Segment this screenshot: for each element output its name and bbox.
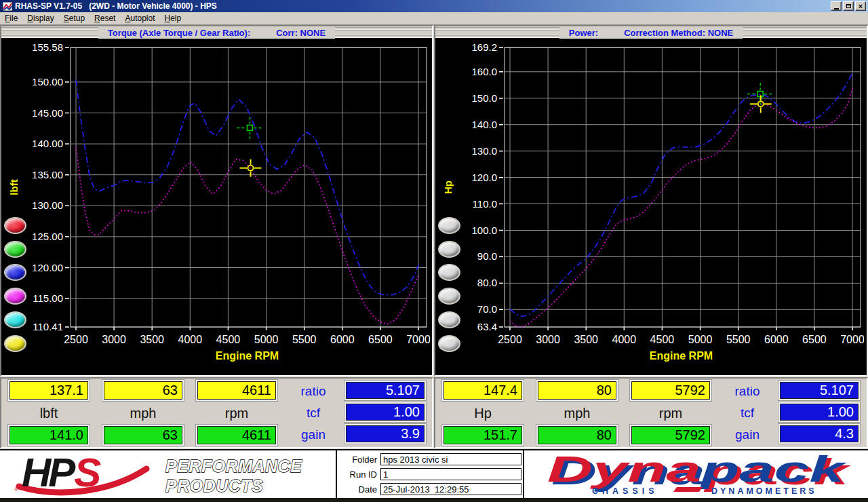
torque-curve-color-button-4[interactable] [4, 288, 26, 305]
cursor-torque-value: 137.1 [9, 381, 88, 400]
torque-cursor-square-marker[interactable] [237, 117, 262, 138]
menu-item-file[interactable]: File [0, 13, 22, 24]
torque-chart-panel: Torque (Axle Torque / Gear Ratio):Corr: … [0, 25, 433, 376]
svg-text:5500: 5500 [292, 334, 317, 345]
svg-text:70.0: 70.0 [477, 303, 497, 315]
torque-readout-panel: 137.1 63 4611 lbft mph rpm 141.0 63 4611… [0, 377, 433, 448]
series-run-2-torque [76, 147, 418, 324]
svg-text:5500: 5500 [726, 334, 751, 345]
app-icon [3, 2, 12, 11]
power-header-correction: Correction Method: NONE [624, 28, 733, 38]
svg-text:6000: 6000 [330, 334, 355, 345]
power-plot: 169.2160.0150.0140.0130.0120.0110.0100.0… [435, 38, 864, 375]
tcf-label: tcf [286, 406, 340, 421]
power-header-title: Power: [569, 28, 598, 38]
gain-value: 3.9 [346, 425, 425, 442]
power-chart-panel: Power:Correction Method: NONE 169.2160.0… [434, 25, 868, 376]
hps-products-text: PRODUCTS [165, 476, 263, 495]
torque-curve-color-button-5[interactable] [4, 311, 26, 328]
torque-gridlines [71, 47, 427, 327]
peak-speed-value: 80 [538, 426, 616, 444]
power-curve-color-button-5[interactable] [438, 311, 460, 328]
menu-item-display[interactable]: Display [22, 13, 58, 24]
peak-torque-value: 141.0 [9, 426, 88, 444]
svg-text:90.0: 90.0 [477, 250, 497, 262]
power-axis-labels: 169.2160.0150.0140.0130.0120.0110.0100.0… [442, 41, 864, 362]
hps-logo-cell: HPS ® PERFORMANCE PRODUCTS [0, 450, 337, 498]
series-run-1-power [510, 73, 852, 316]
power-readout-panel: 147.4 80 5792 Hp mph rpm 151.7 80 5792 r… [434, 377, 868, 448]
rpm-unit-label: rpm [631, 406, 710, 421]
power-curve-color-button-3[interactable] [438, 264, 460, 281]
folder-input[interactable] [380, 453, 521, 465]
dynapack-logo-cell: Dynapack Dynapack CHASSIS DYNAMOMETERS [524, 450, 868, 498]
run-id-label: Run ID [337, 469, 380, 480]
svg-text:6500: 6500 [802, 334, 827, 345]
menu-item-autoplot[interactable]: Autoplot [120, 13, 159, 24]
torque-curve-color-button-6[interactable] [4, 335, 26, 352]
menu-item-help[interactable]: Help [160, 13, 186, 24]
peak-rpm-value: 4611 [197, 426, 276, 444]
menu-bar: File Display Setup Reset Autoplot Help [0, 12, 868, 25]
svg-text:4500: 4500 [216, 334, 241, 345]
svg-text:110.0: 110.0 [473, 198, 497, 210]
run-id-input[interactable] [380, 468, 521, 480]
svg-text:4500: 4500 [650, 334, 675, 345]
svg-text:6000: 6000 [764, 334, 789, 345]
power-curve-color-button-2[interactable] [438, 241, 460, 258]
svg-text:150.00: 150.00 [32, 76, 63, 88]
menu-item-reset[interactable]: Reset [90, 13, 120, 24]
power-curve-color-button-1[interactable] [438, 217, 460, 234]
run-info-cell: Folder Run ID Date [337, 450, 524, 498]
dynapack-main-text: Dynapack [547, 450, 848, 489]
power-axis-ticks [499, 47, 852, 330]
close-button[interactable]: × [855, 1, 866, 11]
restore-button[interactable] [843, 1, 854, 11]
svg-text:3500: 3500 [574, 334, 598, 345]
svg-text:80.0: 80.0 [477, 277, 497, 288]
ratio-value: 5.107 [346, 382, 425, 399]
cursor-speed-value: 80 [538, 381, 616, 400]
bottom-strip [0, 498, 868, 502]
power-unit-label: Hp [443, 406, 522, 421]
svg-text:125.00: 125.00 [32, 231, 63, 242]
minimize-button[interactable] [831, 1, 842, 11]
torque-header-text: Torque (Axle Torque / Gear Ratio):Corr: … [98, 27, 335, 39]
window-title: RHAS-SP V1.7-05 (2WD - Motor Vehicle 400… [15, 1, 831, 11]
power-gridlines [505, 47, 861, 327]
svg-text:7000: 7000 [406, 334, 430, 345]
torque-chart[interactable]: 155.58150.00145.00140.00135.00130.00125.… [1, 38, 432, 375]
svg-text:130.0: 130.0 [471, 145, 497, 157]
tcf-label: tcf [720, 406, 774, 421]
series-run-2-power [510, 88, 852, 326]
svg-text:169.2: 169.2 [471, 41, 497, 53]
svg-text:7000: 7000 [840, 334, 864, 345]
hps-letters: HPS [22, 452, 101, 495]
peak-power-value: 151.7 [443, 426, 522, 444]
torque-curve-color-button-3[interactable] [4, 264, 26, 281]
dynapack-dash [673, 487, 703, 492]
speed-unit-label: mph [104, 406, 182, 421]
cursor-power-value: 147.4 [443, 381, 522, 400]
svg-text:140.00: 140.00 [32, 138, 63, 149]
power-x-axis-title: Engine RPM [650, 350, 713, 362]
speed-unit-label: mph [538, 406, 616, 421]
svg-text:2500: 2500 [498, 334, 522, 345]
peak-speed-value: 63 [104, 426, 182, 444]
power-curve-color-button-6[interactable] [438, 335, 460, 352]
torque-curve-color-button-1[interactable] [4, 217, 26, 234]
power-curve-color-button-4[interactable] [438, 288, 460, 305]
date-input[interactable] [380, 483, 521, 495]
torque-curve-color-button-2[interactable] [4, 241, 26, 258]
dynapack-logo: Dynapack Dynapack CHASSIS DYNAMOMETERS [527, 450, 866, 498]
hps-performance-text: PERFORMANCE [165, 457, 302, 476]
svg-text:2500: 2500 [64, 334, 88, 345]
power-y-axis-title: Hp [442, 180, 454, 194]
svg-text:150.0: 150.0 [471, 92, 497, 104]
svg-text:120.0: 120.0 [471, 172, 497, 183]
svg-text:5000: 5000 [254, 334, 279, 345]
menu-item-setup[interactable]: Setup [59, 13, 90, 24]
torque-header-correction: Corr: NONE [276, 28, 326, 38]
power-chart[interactable]: 169.2160.0150.0140.0130.0120.0110.0100.0… [435, 38, 867, 375]
title-bar: RHAS-SP V1.7-05 (2WD - Motor Vehicle 400… [0, 0, 868, 12]
